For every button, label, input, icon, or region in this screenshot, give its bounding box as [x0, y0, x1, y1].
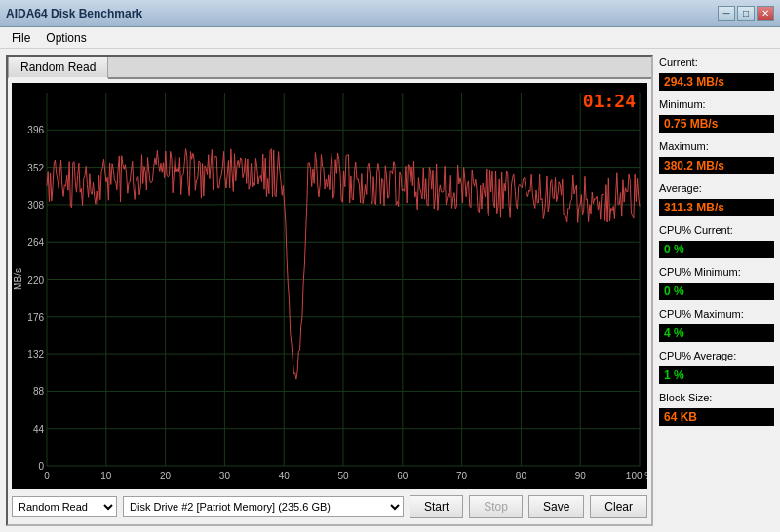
- block-size-label: Block Size:: [659, 392, 774, 403]
- maximum-value: 380.2 MB/s: [659, 157, 774, 174]
- cpu-minimum-label: CPU% Minimum:: [659, 266, 774, 278]
- timer-display: 01:24: [583, 91, 636, 111]
- disk-select[interactable]: Disk Drive #2 [Patriot Memory] (235.6 GB…: [123, 496, 404, 517]
- block-size-value: 64 KB: [659, 408, 774, 426]
- benchmark-chart: [12, 83, 647, 489]
- minimum-value: 0.75 MB/s: [659, 115, 774, 133]
- test-type-select[interactable]: Random Read Sequential Read Sequential W…: [12, 496, 117, 517]
- cpu-maximum-value: 4 %: [659, 324, 774, 342]
- tab-bar: Random Read: [8, 57, 651, 79]
- window-title: AIDA64 Disk Benchmark: [6, 7, 142, 20]
- minimize-button[interactable]: ─: [718, 6, 735, 21]
- current-value: 294.3 MB/s: [659, 73, 774, 91]
- chart-area: 01:24: [12, 83, 647, 489]
- main-container: Random Read 01:24 Random Read Sequential…: [0, 49, 780, 532]
- cpu-current-label: CPU% Current:: [659, 224, 774, 236]
- cpu-average-value: 1 %: [659, 366, 774, 384]
- cpu-current-value: 0 %: [659, 241, 774, 258]
- bottom-controls: Random Read Sequential Read Sequential W…: [8, 489, 651, 524]
- cpu-maximum-label: CPU% Maximum:: [659, 308, 774, 320]
- maximum-label: Maximum:: [659, 140, 774, 152]
- close-button[interactable]: ✕: [757, 6, 774, 21]
- menu-bar: File Options: [0, 27, 780, 49]
- title-bar: AIDA64 Disk Benchmark ─ □ ✕: [0, 0, 780, 27]
- maximize-button[interactable]: □: [737, 6, 755, 21]
- clear-button[interactable]: Clear: [590, 495, 647, 518]
- menu-options[interactable]: Options: [38, 29, 94, 47]
- menu-file[interactable]: File: [4, 29, 38, 47]
- save-button[interactable]: Save: [528, 495, 584, 518]
- cpu-average-label: CPU% Average:: [659, 350, 774, 361]
- window-controls: ─ □ ✕: [718, 6, 774, 21]
- minimum-label: Minimum:: [659, 98, 774, 110]
- average-value: 311.3 MB/s: [659, 199, 774, 216]
- stop-button[interactable]: Stop: [469, 495, 523, 518]
- start-button[interactable]: Start: [410, 495, 463, 518]
- cpu-minimum-value: 0 %: [659, 283, 774, 300]
- left-panel: Random Read 01:24 Random Read Sequential…: [6, 55, 653, 526]
- average-label: Average:: [659, 182, 774, 194]
- right-panel: Current: 294.3 MB/s Minimum: 0.75 MB/s M…: [653, 49, 780, 532]
- current-label: Current:: [659, 57, 774, 68]
- tab-random-read[interactable]: Random Read: [8, 57, 108, 79]
